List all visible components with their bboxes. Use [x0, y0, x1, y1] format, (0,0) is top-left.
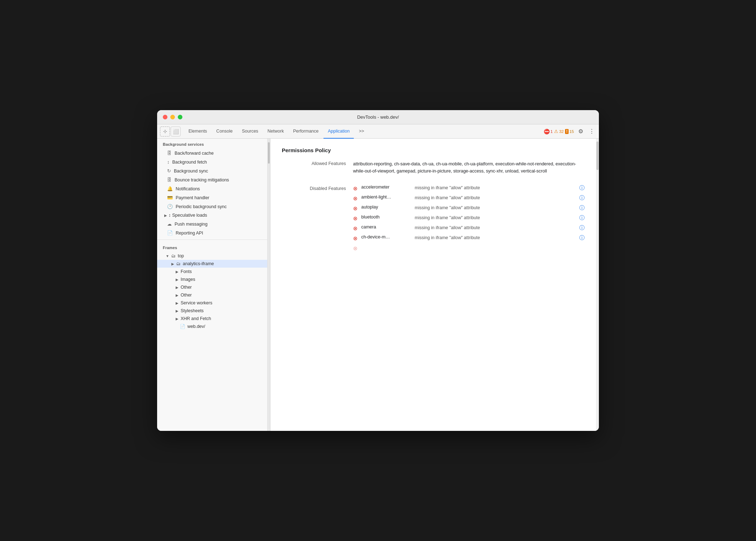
frame-other-2[interactable]: ▶ Other [157, 291, 267, 299]
sidebar-scrollbar[interactable] [268, 139, 270, 431]
error-icon-more: ⊗ [353, 245, 358, 252]
inspect-icon[interactable]: ⊹ [160, 127, 170, 136]
error-count: 1 [550, 129, 553, 134]
sidebar: Background services 🗄 Back/forward cache… [157, 139, 268, 431]
expand-other1-icon: ▶ [176, 285, 178, 289]
expand-sw-icon: ▶ [176, 301, 178, 305]
badge-group: ⛔ 1 ⚠ 32 ! 15 [544, 129, 574, 134]
frames-title: Frames [157, 242, 267, 252]
devtools-window: DevTools - web.dev/ ⊹ ⬜ Elements Console… [157, 110, 599, 431]
error-icon-autoplay: ⊗ [353, 205, 358, 212]
frame-service-workers[interactable]: ▶ Service workers [157, 299, 267, 307]
feature-autoplay: autoplay [361, 205, 411, 210]
web-dev-file-icon: 📄 [180, 324, 185, 329]
expand-xhr-icon: ▶ [176, 317, 178, 321]
periodic-sync-icon: 🕐 [167, 204, 173, 209]
tab-application[interactable]: Application [323, 124, 354, 139]
info-link-ch-device[interactable]: ⓘ [579, 235, 585, 241]
allowed-features-label: Allowed Features [282, 160, 353, 166]
sidebar-item-payment-handler[interactable]: 💳 Payment handler [157, 193, 267, 202]
feature-accelerometer: accelerometer [361, 185, 411, 190]
frame-analytics-iframe[interactable]: ▶ 🗂 analytics-iframe [157, 260, 267, 268]
sidebar-item-speculative-loads[interactable]: ▶ ↕ Speculative loads [157, 211, 267, 220]
info-badge[interactable]: ! 15 [565, 129, 574, 134]
frame-top-icon: 🗂 [171, 253, 176, 258]
warn-badge[interactable]: ⚠ 32 [554, 129, 564, 134]
payment-icon: 💳 [167, 195, 173, 200]
speculative-icon: ↕ [169, 213, 171, 218]
info-link-bluetooth[interactable]: ⓘ [579, 215, 585, 221]
sidebar-item-back-forward-cache[interactable]: 🗄 Back/forward cache [157, 149, 267, 158]
reason-autoplay: missing in iframe "allow" attribute [415, 205, 576, 211]
bounce-tracking-icon: 🗄 [167, 177, 172, 182]
policy-divider [282, 177, 585, 183]
main-content: Background services 🗄 Back/forward cache… [157, 139, 599, 431]
sidebar-item-background-sync[interactable]: ↻ Background sync [157, 166, 267, 175]
disabled-entry-autoplay: ⊗ autoplay missing in iframe "allow" att… [353, 203, 585, 213]
feature-ambient: ambient-light… [361, 195, 411, 200]
sidebar-item-background-fetch[interactable]: ↕ Background fetch [157, 158, 267, 166]
frame-stylesheets[interactable]: ▶ Stylesheets [157, 307, 267, 315]
reason-ambient: missing in iframe "allow" attribute [415, 195, 576, 201]
tab-network[interactable]: Network [263, 124, 288, 139]
error-badge[interactable]: ⛔ 1 [544, 129, 553, 134]
minimize-button[interactable] [170, 115, 175, 119]
expand-fonts-icon: ▶ [176, 270, 178, 274]
maximize-button[interactable] [178, 115, 182, 119]
tab-elements[interactable]: Elements [184, 124, 211, 139]
warn-icon: ⚠ [554, 129, 558, 134]
tab-performance[interactable]: Performance [289, 124, 323, 139]
more-tabs-button[interactable]: >> [354, 124, 368, 139]
error-icon-bluetooth: ⊗ [353, 215, 358, 222]
frame-fonts[interactable]: ▶ Fonts [157, 268, 267, 275]
close-button[interactable] [163, 115, 167, 119]
allowed-features-row: Allowed Features attribution-reporting, … [282, 160, 585, 175]
expand-other2-icon: ▶ [176, 293, 178, 297]
tab-console[interactable]: Console [212, 124, 237, 139]
feature-camera: camera [361, 225, 411, 230]
disabled-entry-ch-device: ⊗ ch-device-m… missing in iframe "allow"… [353, 233, 585, 243]
more-options-icon[interactable]: ⋮ [587, 127, 596, 136]
back-forward-icon: 🗄 [167, 150, 172, 156]
bg-fetch-icon: ↕ [167, 159, 170, 165]
error-icon-accelerometer: ⊗ [353, 185, 358, 192]
info-link-autoplay[interactable]: ⓘ [579, 205, 585, 211]
settings-icon[interactable]: ⚙ [577, 127, 585, 136]
expand-top-icon: ▼ [166, 254, 169, 258]
error-icon-ch-device: ⊗ [353, 235, 358, 242]
sidebar-item-bounce-tracking[interactable]: 🗄 Bounce tracking mitigations [157, 175, 267, 184]
feature-ch-device: ch-device-m… [361, 235, 411, 239]
frame-xhr-fetch[interactable]: ▶ XHR and Fetch [157, 315, 267, 323]
frame-web-dev[interactable]: 📄 web.dev/ [157, 323, 267, 330]
frame-other-1[interactable]: ▶ Other [157, 283, 267, 291]
sidebar-item-reporting-api[interactable]: 📄 Reporting API [157, 228, 267, 237]
reason-bluetooth: missing in iframe "allow" attribute [415, 215, 576, 221]
info-link-accelerometer[interactable]: ⓘ [579, 185, 585, 191]
disabled-entry-more: ⊗ [353, 243, 585, 253]
info-icon: ! [565, 129, 569, 134]
reason-accelerometer: missing in iframe "allow" attribute [415, 185, 576, 191]
sidebar-item-notifications[interactable]: 🔔 Notifications [157, 184, 267, 193]
reason-ch-device: missing in iframe "allow" attribute [415, 235, 576, 241]
sidebar-item-push-messaging[interactable]: ☁ Push messaging [157, 220, 267, 228]
error-icon: ⛔ [544, 129, 550, 134]
disabled-entry-ambient: ⊗ ambient-light… missing in iframe "allo… [353, 193, 585, 203]
notifications-icon: 🔔 [167, 186, 173, 191]
toolbar-right: ⛔ 1 ⚠ 32 ! 15 ⚙ ⋮ [544, 127, 596, 136]
disabled-entry-accelerometer: ⊗ accelerometer missing in iframe "allow… [353, 183, 585, 193]
sidebar-item-periodic-bg-sync[interactable]: 🕐 Periodic background sync [157, 202, 267, 211]
frame-images[interactable]: ▶ Images [157, 275, 267, 283]
disabled-entry-bluetooth: ⊗ bluetooth missing in iframe "allow" at… [353, 213, 585, 223]
info-link-ambient[interactable]: ⓘ [579, 195, 585, 201]
panel-scrollbar[interactable] [596, 139, 599, 431]
permissions-policy-panel: Permissions Policy Allowed Features attr… [270, 139, 596, 431]
info-count: 15 [569, 129, 574, 134]
traffic-lights [163, 115, 182, 119]
panel-title: Permissions Policy [282, 147, 585, 153]
device-icon[interactable]: ⬜ [171, 127, 181, 136]
error-icon-ambient: ⊗ [353, 195, 358, 202]
frame-top[interactable]: ▼ 🗂 top [157, 252, 267, 260]
tab-sources[interactable]: Sources [238, 124, 263, 139]
expand-images-icon: ▶ [176, 278, 178, 282]
info-link-camera[interactable]: ⓘ [579, 225, 585, 231]
